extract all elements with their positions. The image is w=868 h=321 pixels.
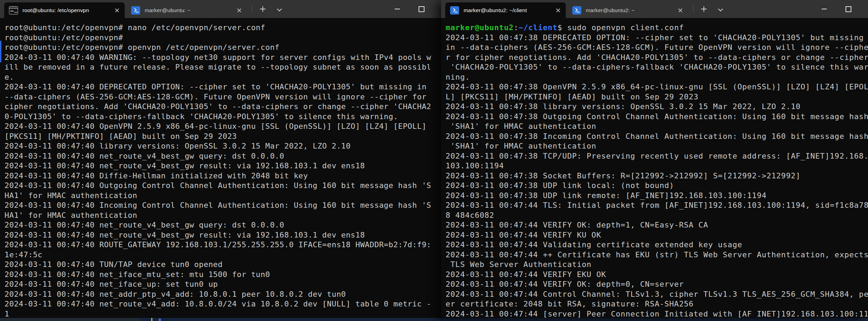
- tab-title: root@ubuntu: /etc/openvpn: [23, 7, 112, 14]
- powershell-icon: [572, 6, 581, 15]
- prompt-path: ~/client: [519, 23, 557, 32]
- minimize-icon: [822, 9, 827, 9]
- terminal-window-server: root@ubuntu: /etc/openvpn marker@ubuntu:…: [0, 0, 441, 318]
- powershell-icon: [131, 6, 140, 15]
- terminal-content-server[interactable]: root@ubuntu:/etc/openvpn# nano /etc/open…: [0, 18, 441, 318]
- terminal-content-client[interactable]: marker@ubuntu2:~/client$ sudo openvpn cl…: [441, 18, 868, 318]
- minimize-button[interactable]: [812, 0, 836, 18]
- tabbar-separator: [252, 5, 252, 13]
- tab-title: marker@ubuntu: ~: [145, 7, 234, 14]
- tab-close-icon[interactable]: [675, 6, 685, 15]
- background-sliver-cursor-line: [151, 318, 152, 321]
- background-sliver-dot: [159, 319, 161, 321]
- terminal-log-client: 2024-03-11 00:47:38 DEPRECATED OPTION: -…: [446, 33, 868, 318]
- tab-marker-ubuntu2-client[interactable]: marker@ubuntu2: ~/client: [445, 2, 566, 18]
- background-sliver-segment: [0, 318, 140, 321]
- prompt-user-host: marker@ubuntu2: [446, 23, 514, 32]
- tab-marker-ubuntu2-home[interactable]: marker@ubuntu2: ~: [567, 2, 688, 18]
- tabbar-separator: [693, 5, 693, 13]
- shell-prompt: marker@ubuntu2:~/client$ sudo openvpn cl…: [446, 23, 868, 33]
- tab-dropdown-button[interactable]: [273, 3, 286, 15]
- terminal-log-server: root@ubuntu:/etc/openvpn# nano /etc/open…: [5, 23, 441, 318]
- prompt-command: $ sudo openvpn client.conf: [557, 23, 684, 32]
- tab-bar: marker@ubuntu2: ~/client marker@ubuntu2:…: [441, 0, 868, 18]
- tab-close-icon[interactable]: [112, 6, 122, 15]
- tab-close-icon[interactable]: [553, 6, 563, 15]
- background-window-edge-sliver: [0, 41, 1, 62]
- minimize-icon: [395, 9, 400, 9]
- maximize-button[interactable]: [836, 0, 860, 18]
- tab-root-ubuntu-etc-openvpn[interactable]: root@ubuntu: /etc/openvpn: [4, 2, 125, 18]
- maximize-icon: [419, 6, 424, 12]
- maximize-button[interactable]: [409, 0, 433, 18]
- new-tab-button[interactable]: [698, 3, 710, 15]
- console-icon: [9, 6, 18, 15]
- prompt-colon: :: [514, 23, 519, 32]
- tab-marker-ubuntu-home[interactable]: marker@ubuntu: ~: [126, 2, 247, 18]
- background-window-sliver: [0, 318, 868, 321]
- terminal-window-client: marker@ubuntu2: ~/client marker@ubuntu2:…: [441, 0, 868, 318]
- tab-dropdown-button[interactable]: [714, 3, 727, 15]
- tab-bar: root@ubuntu: /etc/openvpn marker@ubuntu:…: [0, 0, 441, 18]
- tab-title: marker@ubuntu2: ~: [586, 7, 675, 14]
- tab-title: marker@ubuntu2: ~/client: [464, 7, 553, 14]
- tab-close-icon[interactable]: [234, 6, 244, 15]
- new-tab-button[interactable]: [257, 3, 269, 15]
- powershell-icon: [450, 6, 459, 15]
- minimize-button[interactable]: [385, 0, 409, 18]
- maximize-icon: [845, 6, 851, 12]
